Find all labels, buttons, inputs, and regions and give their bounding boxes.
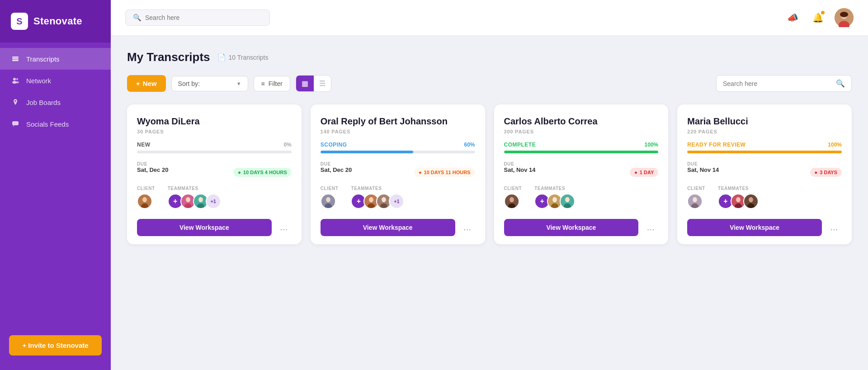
layers-icon — [11, 54, 20, 63]
card-maria-due-tag: ● 3 DAYS — [810, 168, 842, 177]
new-button[interactable]: + New — [127, 75, 166, 92]
grid-view-button[interactable]: ▦ — [296, 76, 314, 91]
topbar-search-input[interactable] — [145, 14, 262, 21]
card-bert-client-avatars — [321, 194, 339, 209]
view-workspace-btn-maria[interactable]: View Workspace — [687, 219, 822, 236]
card-carlos-name: Carlos Alberto Correa — [504, 115, 659, 127]
card-wyoma-due-tag: ● 10 DAYS 4 HOURS — [233, 168, 291, 177]
transcript-count: 10 Transcripts — [229, 54, 269, 61]
card-bert-teammate-avatars: + +1 — [351, 194, 404, 209]
transcript-count-badge: 📄 10 Transcripts — [217, 53, 269, 62]
topbar-search-wrap[interactable]: 🔍 — [125, 9, 270, 26]
card-maria-status-row: READY FOR REVIEW 100% — [687, 142, 842, 148]
megaphone-btn[interactable]: 📣 — [784, 9, 801, 26]
card-carlos-pages: 300 PAGES — [504, 129, 659, 134]
more-options-btn-bert[interactable]: … — [460, 220, 475, 235]
card-carlos: Carlos Alberto Correa 300 PAGES COMPLETE… — [494, 104, 669, 244]
card-bert-due-date: Sat, Dec 20 — [321, 166, 352, 173]
more-options-btn-wyoma[interactable]: … — [276, 220, 292, 235]
view-workspace-btn-carlos[interactable]: View Workspace — [504, 219, 639, 236]
card-wyoma-status: NEW — [137, 142, 151, 148]
card-wyoma-client-col: CLIENT — [137, 186, 155, 209]
toolbar-search-input[interactable] — [723, 80, 832, 87]
topbar-search-icon: 🔍 — [133, 14, 142, 22]
card-wyoma-due-tag-text: 10 DAYS 4 HOURS — [243, 170, 287, 175]
view-workspace-btn-wyoma[interactable]: View Workspace — [137, 219, 272, 236]
card-maria-percent: 100% — [828, 142, 842, 148]
pin-icon — [11, 98, 20, 107]
card-wyoma: Wyoma DiLera 30 PAGES NEW 0% DUE Sat, De… — [127, 104, 302, 244]
card-bert-due-tag: ● 10 DAYS 11 HOURS — [414, 168, 475, 177]
more-options-btn-carlos[interactable]: … — [643, 220, 658, 235]
new-button-label: New — [143, 80, 157, 87]
card-bert-client-col: CLIENT — [321, 186, 339, 209]
sidebar-item-network[interactable]: Network — [0, 70, 111, 91]
toolbar-search-wrap[interactable]: 🔍 — [716, 75, 852, 92]
svg-point-6 — [16, 81, 19, 83]
chevron-down-icon: ▼ — [236, 81, 241, 86]
card-bert-actions: View Workspace … — [321, 219, 475, 236]
filter-button[interactable]: ≡ Filter — [254, 76, 290, 91]
card-bert-due-label: DUE — [321, 161, 475, 166]
card-wyoma-percent: 0% — [283, 142, 291, 148]
sidebar-nav: Transcripts Network Job Boar — [0, 43, 111, 324]
sidebar-item-job-boards[interactable]: Job Boards — [0, 91, 111, 113]
bell-btn[interactable]: 🔔 — [809, 9, 826, 26]
sort-select[interactable]: Sort by: ▼ — [171, 76, 248, 91]
filter-label: Filter — [269, 80, 283, 87]
page-content: My Transcripts 📄 10 Transcripts + New So… — [111, 36, 868, 370]
card-wyoma-actions: View Workspace … — [137, 219, 292, 236]
app-name: Stenovate — [33, 15, 82, 27]
view-workspace-btn-bert[interactable]: View Workspace — [321, 219, 455, 236]
card-maria-progress-fill — [687, 151, 842, 153]
card-carlos-client-label: CLIENT — [504, 186, 522, 191]
card-wyoma-people-row: CLIENT TEAMMATES + — [137, 186, 292, 209]
more-options-btn-maria[interactable]: … — [826, 220, 842, 235]
sidebar-item-transcripts[interactable]: Transcripts — [0, 48, 111, 70]
filter-icon: ≡ — [261, 80, 265, 87]
user-avatar[interactable] — [835, 8, 854, 27]
sidebar-item-network-label: Network — [26, 77, 51, 85]
topbar: 🔍 📣 🔔 — [111, 0, 868, 36]
card-carlos-percent: 100% — [645, 142, 659, 148]
card-bert-teammates-col: TEAMMATES + +1 — [351, 186, 404, 209]
teammate-avatar-maria-2 — [743, 194, 759, 209]
toolbar-search-icon: 🔍 — [836, 79, 845, 88]
card-bert-client-label: CLIENT — [321, 186, 339, 191]
svg-rect-1 — [12, 58, 19, 60]
card-carlos-teammates-label: TEAMMATES — [534, 186, 575, 191]
svg-point-47 — [749, 197, 753, 202]
card-carlos-status-row: COMPLETE 100% — [504, 142, 659, 148]
card-wyoma-status-row: NEW 0% — [137, 142, 292, 148]
card-bert-progress-fill — [321, 151, 413, 153]
invite-button[interactable]: + Invite to Stenovate — [9, 335, 102, 356]
card-carlos-people-row: CLIENT TEAMMATES + — [504, 186, 659, 209]
card-bert-due-tag-text: 10 DAYS 11 HOURS — [424, 170, 471, 175]
card-wyoma-name: Wyoma DiLera — [137, 115, 292, 127]
card-carlos-status: COMPLETE — [504, 142, 536, 148]
svg-point-17 — [186, 197, 190, 202]
svg-point-44 — [736, 197, 741, 202]
card-carlos-client-col: CLIENT — [504, 186, 522, 209]
card-carlos-progress-fill — [504, 151, 659, 153]
more-teammates-badge: +1 — [206, 194, 221, 209]
toolbar: + New Sort by: ▼ ≡ Filter ▦ ☰ 🔍 — [127, 75, 852, 92]
card-wyoma-due-label: DUE — [137, 161, 292, 166]
card-bert-people-row: CLIENT TEAMMATES + — [321, 186, 475, 209]
main-content: 🔍 📣 🔔 My Tr — [111, 0, 868, 370]
svg-rect-8 — [12, 121, 19, 125]
card-wyoma-teammate-avatars: + +1 — [168, 194, 221, 209]
card-carlos-due-label: DUE — [504, 161, 659, 166]
card-maria-client-col: CLIENT — [687, 186, 705, 209]
card-bert-status-row: SCOPING 60% — [321, 142, 475, 148]
list-view-button[interactable]: ☰ — [314, 76, 331, 91]
svg-point-38 — [565, 197, 570, 202]
sidebar-item-socials-feeds[interactable]: Socials Feeds — [0, 113, 111, 135]
card-wyoma-client-avatars — [137, 194, 155, 209]
card-maria-status: READY FOR REVIEW — [687, 142, 745, 148]
card-carlos-teammate-avatars: + — [534, 194, 575, 209]
client-avatar-1 — [137, 194, 152, 209]
svg-point-5 — [16, 78, 18, 80]
card-wyoma-client-label: CLIENT — [137, 186, 155, 191]
sort-label: Sort by: — [178, 80, 200, 87]
